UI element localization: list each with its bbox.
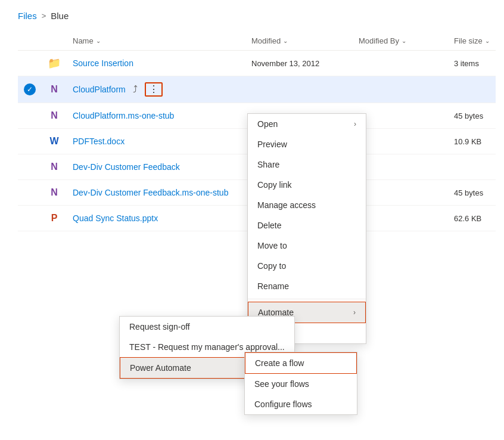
row-size-cell: 45 bytes bbox=[448, 180, 496, 206]
file-type-icon: N bbox=[48, 186, 61, 199]
row-icon-cell: N bbox=[42, 103, 67, 129]
row-name-actions: Dev-Div Customer Feedback bbox=[73, 162, 239, 172]
row-size-cell bbox=[448, 154, 496, 180]
row-modified-by-cell bbox=[353, 51, 448, 76]
row-name-cell: Quad Sync Status.pptx bbox=[67, 206, 245, 231]
row-icon-cell: W bbox=[42, 129, 67, 154]
file-size-text: 10.9 KB bbox=[454, 137, 481, 146]
share-icon[interactable]: ⤴ bbox=[130, 83, 140, 96]
file-name-link[interactable]: Source Insertion bbox=[73, 58, 133, 68]
file-type-icon: N bbox=[48, 83, 61, 96]
row-modified-by-cell bbox=[353, 206, 448, 231]
file-name-link[interactable]: Dev-Div Customer Feedback bbox=[73, 162, 180, 172]
col-icon bbox=[42, 32, 67, 51]
table-row: ✓ N CloudPlatform ⤴ ⋮ bbox=[18, 76, 496, 103]
row-check-cell[interactable] bbox=[18, 154, 42, 180]
file-type-icon: P bbox=[48, 212, 61, 225]
col-size-header[interactable]: File size ⌄ bbox=[448, 32, 496, 51]
menu-item-manage-access[interactable]: Manage access bbox=[248, 195, 366, 215]
file-type-icon: 📁 bbox=[48, 57, 61, 70]
row-icon-cell: 📁 bbox=[42, 51, 67, 76]
row-icon-cell: N bbox=[42, 154, 67, 180]
size-sort-icon: ⌄ bbox=[485, 38, 490, 44]
more-actions-button[interactable]: ⋮ bbox=[145, 82, 163, 97]
file-name-link[interactable]: CloudPlatform.ms-one-stub bbox=[73, 111, 174, 120]
file-size-text: 62.6 KB bbox=[454, 214, 481, 223]
row-check-cell[interactable] bbox=[18, 180, 42, 206]
breadcrumb-files-link[interactable]: Files bbox=[18, 11, 37, 21]
context-menu: Open › Preview Share Copy link Manage ac… bbox=[247, 113, 366, 344]
row-name-cell: PDFTest.docx bbox=[67, 129, 245, 154]
breadcrumb: Files > Blue bbox=[18, 11, 486, 21]
breadcrumb-separator: > bbox=[42, 11, 46, 20]
row-check-cell[interactable]: ✓ bbox=[18, 76, 42, 103]
row-name-actions: Quad Sync Status.pptx bbox=[73, 213, 239, 223]
row-modified-by-cell bbox=[353, 76, 448, 103]
row-icon-cell: P bbox=[42, 206, 67, 231]
file-size-text: 3 items bbox=[454, 59, 479, 68]
row-check-cell[interactable] bbox=[18, 103, 42, 129]
open-submenu-icon: › bbox=[354, 120, 356, 128]
col-modified-header[interactable]: Modified ⌄ bbox=[245, 32, 353, 51]
file-size-text: 45 bytes bbox=[454, 111, 483, 120]
menu-item-rename[interactable]: Rename bbox=[248, 276, 366, 296]
file-name-link[interactable]: CloudPlatform bbox=[73, 85, 126, 94]
file-size-text: 45 bytes bbox=[454, 188, 483, 197]
row-name-actions: Dev-Div Customer Feedback.ms-one-stub bbox=[73, 188, 239, 197]
row-checkmark: ✓ bbox=[24, 83, 36, 95]
row-size-cell bbox=[448, 76, 496, 103]
row-size-cell: 62.6 KB bbox=[448, 206, 496, 231]
row-modified-cell: November 13, 2012 bbox=[245, 51, 353, 76]
row-name-actions: CloudPlatform ⤴ ⋮ bbox=[73, 82, 239, 97]
row-modified-by-cell bbox=[353, 180, 448, 206]
menu-item-move-to[interactable]: Move to bbox=[248, 236, 366, 256]
row-modified-by-cell bbox=[353, 129, 448, 154]
col-modified-by-header[interactable]: Modified By ⌄ bbox=[353, 32, 448, 51]
power-automate-submenu-item-configure-flows[interactable]: Configure flows bbox=[245, 394, 357, 414]
row-name-cell: CloudPlatform.ms-one-stub bbox=[67, 103, 245, 129]
menu-item-share[interactable]: Share bbox=[248, 154, 366, 175]
menu-item-open[interactable]: Open › bbox=[248, 114, 366, 134]
row-name-cell: Dev-Div Customer Feedback bbox=[67, 154, 245, 180]
row-name-cell: CloudPlatform ⤴ ⋮ bbox=[67, 76, 245, 103]
menu-item-delete[interactable]: Delete bbox=[248, 215, 366, 236]
row-size-cell: 3 items bbox=[448, 51, 496, 76]
file-date-text: November 13, 2012 bbox=[251, 59, 319, 68]
file-type-icon: W bbox=[48, 135, 61, 148]
modified-by-sort-icon: ⌄ bbox=[402, 38, 406, 44]
row-size-cell: 45 bytes bbox=[448, 103, 496, 129]
row-size-cell: 10.9 KB bbox=[448, 129, 496, 154]
row-check-cell[interactable] bbox=[18, 129, 42, 154]
row-modified-by-cell bbox=[353, 154, 448, 180]
file-type-icon: N bbox=[48, 160, 61, 173]
menu-item-copy-to[interactable]: Copy to bbox=[248, 256, 366, 276]
row-check-cell[interactable] bbox=[18, 206, 42, 231]
name-sort-icon: ⌄ bbox=[96, 38, 101, 44]
menu-item-copy-link[interactable]: Copy link bbox=[248, 175, 366, 195]
row-name-actions: PDFTest.docx bbox=[73, 137, 239, 146]
row-name-actions: Source Insertion bbox=[73, 58, 239, 68]
file-name-link[interactable]: Quad Sync Status.pptx bbox=[73, 213, 158, 223]
row-name-cell: Dev-Div Customer Feedback.ms-one-stub bbox=[67, 180, 245, 206]
row-check-cell[interactable] bbox=[18, 51, 42, 76]
table-row: 📁 Source Insertion November 13, 2012 3 i… bbox=[18, 51, 496, 76]
automate-submenu-icon: › bbox=[353, 308, 356, 317]
menu-item-preview[interactable]: Preview bbox=[248, 134, 366, 154]
menu-divider-1 bbox=[248, 299, 366, 299]
row-modified-by-cell bbox=[353, 103, 448, 129]
power-automate-submenu-item-create-flow[interactable]: Create a flow bbox=[245, 352, 357, 374]
file-name-link[interactable]: PDFTest.docx bbox=[73, 137, 125, 146]
row-modified-cell bbox=[245, 76, 353, 103]
table-header-row: Name ⌄ Modified ⌄ Modified By ⌄ bbox=[18, 32, 496, 51]
breadcrumb-current: Blue bbox=[51, 11, 69, 21]
col-name-header[interactable]: Name ⌄ bbox=[67, 32, 245, 51]
row-icon-cell: N bbox=[42, 180, 67, 206]
row-name-cell: Source Insertion bbox=[67, 51, 245, 76]
power-automate-submenu-item-see-flows[interactable]: See your flows bbox=[245, 374, 357, 394]
file-type-icon: N bbox=[48, 109, 61, 122]
power-automate-submenu: Create a flow See your flows Configure f… bbox=[244, 352, 357, 415]
row-name-actions: CloudPlatform.ms-one-stub bbox=[73, 111, 239, 120]
col-check bbox=[18, 32, 42, 51]
automate-submenu-item-request-signoff[interactable]: Request sign-off bbox=[120, 317, 294, 337]
file-name-link[interactable]: Dev-Div Customer Feedback.ms-one-stub bbox=[73, 188, 228, 197]
